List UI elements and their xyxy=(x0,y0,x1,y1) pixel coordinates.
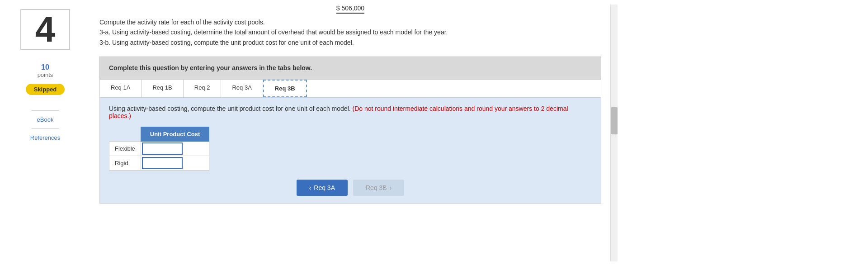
rigid-input-cell xyxy=(141,156,209,171)
table-row-rigid: Rigid xyxy=(109,156,209,171)
rigid-value-input[interactable] xyxy=(142,157,183,169)
tab-req1b[interactable]: Req 1B xyxy=(142,80,183,97)
instruction-box: Complete this question by entering your … xyxy=(99,57,601,79)
next-button[interactable]: Req 3B › xyxy=(353,180,404,196)
flexible-value-input[interactable] xyxy=(142,142,183,155)
prev-label: Req 3A xyxy=(314,184,335,191)
tab-req3b[interactable]: Req 3B xyxy=(263,80,307,97)
tabs-container: Req 1A Req 1B Req 2 Req 3A Req 3B xyxy=(99,79,601,98)
next-label: Req 3B xyxy=(366,184,387,191)
unit-product-cost-table: Unit Product Cost Flexible Rigid xyxy=(109,127,209,171)
tab-req2[interactable]: Req 2 xyxy=(184,80,222,97)
tab-req1a[interactable]: Req 1A xyxy=(100,80,142,97)
tab-instruction: Using activity-based costing, compute th… xyxy=(109,105,592,119)
flexible-label: Flexible xyxy=(109,142,141,156)
references-link[interactable]: References xyxy=(30,134,60,141)
tab-req3a[interactable]: Req 3A xyxy=(221,80,263,97)
table-row-flexible: Flexible xyxy=(109,142,209,156)
points-value: 10 xyxy=(26,63,65,71)
flexible-input-cell xyxy=(141,142,209,156)
instruction-main: Using activity-based costing, compute th… xyxy=(109,105,351,112)
sidebar-divider-2 xyxy=(32,128,59,129)
scrollbar-thumb xyxy=(611,107,618,134)
prev-button[interactable]: ‹ Req 3A xyxy=(297,180,348,196)
prev-icon: ‹ xyxy=(309,184,311,191)
next-icon: › xyxy=(390,184,392,191)
points-label: points xyxy=(26,71,65,78)
question-number: 4 xyxy=(20,9,70,50)
sidebar-divider xyxy=(32,110,59,111)
instruction-text: Complete this question by entering your … xyxy=(109,64,312,71)
question-text: Compute the activity rate for each of th… xyxy=(99,17,601,48)
nav-buttons: ‹ Req 3A Req 3B › xyxy=(109,180,592,196)
amount-display: $ 506,000 xyxy=(99,5,601,12)
scrollbar[interactable] xyxy=(610,5,618,261)
ebook-link[interactable]: eBook xyxy=(37,116,54,123)
table-header-unit-product-cost: Unit Product Cost xyxy=(141,127,209,142)
status-badge: Skipped xyxy=(26,84,65,95)
rigid-label: Rigid xyxy=(109,156,141,171)
tab-content: Using activity-based costing, compute th… xyxy=(99,98,601,204)
